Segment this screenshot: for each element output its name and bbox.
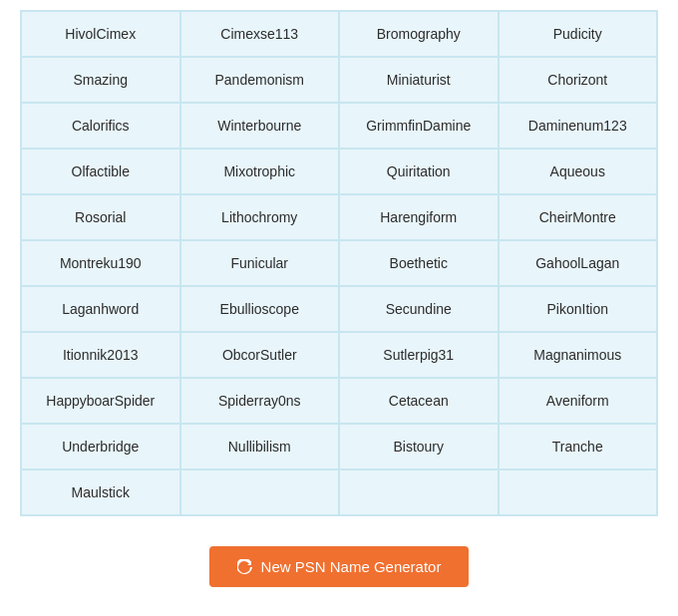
grid-cell: Cetacean (339, 378, 499, 424)
grid-cell: Boethetic (339, 240, 499, 286)
grid-cell: Maulstick (21, 469, 180, 515)
grid-cell: HappyboarSpider (21, 378, 180, 424)
grid-cell: Bromography (339, 11, 499, 57)
grid-cell (499, 469, 658, 515)
grid-cell: Aveniform (499, 378, 658, 424)
grid-cell: Mixotrophic (180, 149, 340, 194)
grid-cell: GahoolLagan (499, 240, 658, 286)
grid-cell: CheirMontre (499, 194, 658, 240)
grid-cell: Chorizont (499, 57, 658, 103)
button-container: New PSN Name Generator (209, 546, 470, 587)
grid-cell: Smazing (21, 57, 180, 103)
grid-cell: Lithochromy (180, 194, 340, 240)
grid-cell: Bistoury (339, 424, 499, 469)
grid-cell: Quiritation (339, 149, 499, 194)
grid-cell: PikonItion (499, 286, 658, 332)
grid-cell: Funicular (180, 240, 340, 286)
grid-cell: Miniaturist (339, 57, 499, 103)
grid-cell: Pandemonism (180, 57, 340, 103)
grid-cell: Underbridge (21, 424, 180, 469)
grid-cell: Olfactible (21, 149, 180, 194)
grid-cell: HivolCimex (21, 11, 180, 57)
grid-cell: Cimexse113 (180, 11, 340, 57)
grid-cell: Montreku190 (21, 240, 180, 286)
grid-cell: Rosorial (21, 194, 180, 240)
grid-cell: Calorifics (21, 103, 180, 149)
grid-cell (180, 469, 340, 515)
grid-cell: Magnanimous (499, 332, 658, 378)
grid-cell: Nullibilism (180, 424, 340, 469)
grid-cell: Laganhword (21, 286, 180, 332)
grid-cell: Itionnik2013 (21, 332, 180, 378)
grid-cell: Winterbourne (180, 103, 340, 149)
grid-cell: Ebullioscope (180, 286, 340, 332)
grid-cell: Harengiform (339, 194, 499, 240)
generate-button-label: New PSN Name Generator (261, 558, 442, 575)
grid-cell: ObcorSutler (180, 332, 340, 378)
grid-cell: Sutlerpig31 (339, 332, 499, 378)
grid-cell: GrimmfinDamine (339, 103, 499, 149)
grid-cell: Spiderray0ns (180, 378, 340, 424)
refresh-icon (237, 559, 253, 575)
grid-cell: Daminenum123 (499, 103, 658, 149)
grid-cell: Pudicity (499, 11, 658, 57)
grid-cell: Aqueous (499, 149, 658, 194)
grid-cell: Secundine (339, 286, 499, 332)
grid-cell (339, 469, 499, 515)
grid-cell: Tranche (499, 424, 658, 469)
generate-button[interactable]: New PSN Name Generator (209, 546, 470, 587)
names-grid: HivolCimexCimexse113BromographyPudicityS… (20, 10, 658, 516)
